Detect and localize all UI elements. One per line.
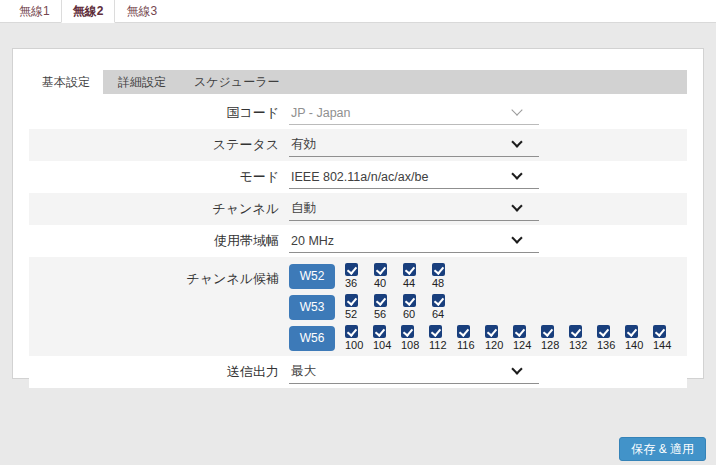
channel-number-label: 64	[432, 308, 444, 320]
country-code-label: 国コード	[29, 104, 289, 122]
bandwidth-label: 使用帯域幅	[29, 232, 289, 250]
channel-checkbox-136-checked[interactable]	[597, 325, 610, 338]
save-apply-button[interactable]: 保存 & 適用	[619, 437, 706, 461]
tab-scheduler[interactable]: スケジューラー	[181, 70, 292, 94]
band-badge-w52[interactable]: W52	[289, 264, 335, 289]
channel-number-label: 116	[457, 339, 475, 351]
bandwidth-select[interactable]: 20 MHz	[289, 229, 539, 253]
chevron-down-icon	[511, 200, 522, 211]
channel-checkbox-48-checked[interactable]	[432, 263, 445, 276]
channel-number-label: 56	[374, 308, 386, 320]
channel-checkbox-36-checked[interactable]	[345, 263, 358, 276]
channel-number-label: 108	[401, 339, 419, 351]
row-channel: チャンネル 自動	[29, 193, 687, 225]
channel-group-w56: W56100104108112116120124128132136140144	[289, 324, 681, 352]
tx-power-value: 最大	[289, 363, 316, 380]
channel-number-label: 104	[373, 339, 391, 351]
tab-basic-settings[interactable]: 基本設定	[29, 70, 103, 94]
channel-checkbox-112-checked[interactable]	[429, 325, 442, 338]
channel-number-label: 112	[429, 339, 447, 351]
channel-label: チャンネル	[29, 200, 289, 218]
channel-option-44: 44	[403, 263, 432, 289]
tx-power-select[interactable]: 最大	[289, 360, 539, 384]
channel-option-120: 120	[485, 325, 513, 351]
status-label: ステータス	[29, 136, 289, 154]
channel-checkbox-60-checked[interactable]	[403, 294, 416, 307]
channel-option-112: 112	[429, 325, 457, 351]
channel-checkbox-128-checked[interactable]	[541, 325, 554, 338]
channel-number-label: 120	[485, 339, 503, 351]
channel-checkbox-100-checked[interactable]	[345, 325, 358, 338]
chevron-down-icon	[511, 168, 522, 179]
country-code-value: JP - Japan	[289, 106, 351, 120]
status-value: 有効	[289, 136, 316, 153]
channel-checkbox-120-checked[interactable]	[485, 325, 498, 338]
tab-wireless-2[interactable]: 無線2	[61, 0, 116, 23]
channel-group-w53: W5352566064	[289, 293, 681, 321]
mode-value: IEEE 802.11a/n/ac/ax/be	[289, 170, 428, 184]
channel-value: 自動	[289, 200, 316, 217]
settings-tabbar: 基本設定 詳細設定 スケジューラー	[29, 70, 687, 94]
channel-option-128: 128	[541, 325, 569, 351]
row-mode: モード IEEE 802.11a/n/ac/ax/be	[29, 161, 687, 193]
channel-checkbox-40-checked[interactable]	[374, 263, 387, 276]
channel-option-40: 40	[374, 263, 403, 289]
channel-number-label: 40	[374, 277, 386, 289]
channel-option-144: 144	[653, 325, 681, 351]
mode-select[interactable]: IEEE 802.11a/n/ac/ax/be	[289, 165, 539, 189]
row-channel-candidates: チャンネル候補 W5236404448W5352566064W561001041…	[29, 257, 687, 356]
mode-label: モード	[29, 168, 289, 186]
row-tx-power: 送信出力 最大	[29, 356, 687, 388]
channel-option-52: 52	[345, 294, 374, 320]
band-badge-w56[interactable]: W56	[289, 326, 335, 351]
channel-number-label: 144	[653, 339, 671, 351]
channel-checkbox-132-checked[interactable]	[569, 325, 582, 338]
channel-group-w52: W5236404448	[289, 262, 681, 290]
channel-option-108: 108	[401, 325, 429, 351]
channel-checkbox-140-checked[interactable]	[625, 325, 638, 338]
row-bandwidth: 使用帯域幅 20 MHz	[29, 225, 687, 257]
channel-option-124: 124	[513, 325, 541, 351]
channel-checkbox-64-checked[interactable]	[432, 294, 445, 307]
band-badge-w53[interactable]: W53	[289, 295, 335, 320]
channel-number-label: 60	[403, 308, 415, 320]
channel-checkbox-52-checked[interactable]	[345, 294, 358, 307]
chevron-down-icon	[511, 104, 522, 115]
channel-option-136: 136	[597, 325, 625, 351]
channel-option-56: 56	[374, 294, 403, 320]
chevron-down-icon	[511, 136, 522, 147]
channel-number-label: 52	[345, 308, 357, 320]
tx-power-label: 送信出力	[29, 363, 289, 381]
status-select[interactable]: 有効	[289, 133, 539, 157]
channel-checkbox-124-checked[interactable]	[513, 325, 526, 338]
channel-option-104: 104	[373, 325, 401, 351]
channel-candidates-label: チャンネル候補	[29, 270, 289, 288]
channel-option-60: 60	[403, 294, 432, 320]
channel-number-label: 48	[432, 277, 444, 289]
channel-checkbox-44-checked[interactable]	[403, 263, 416, 276]
channel-checkbox-116-checked[interactable]	[457, 325, 470, 338]
channel-option-140: 140	[625, 325, 653, 351]
chevron-down-icon	[511, 232, 522, 243]
channel-option-100: 100	[345, 325, 373, 351]
tab-advanced-settings[interactable]: 詳細設定	[105, 70, 179, 94]
channel-checkbox-144-checked[interactable]	[653, 325, 666, 338]
tab-wireless-3[interactable]: 無線3	[115, 0, 168, 22]
channel-number-label: 128	[541, 339, 559, 351]
tab-wireless-1[interactable]: 無線1	[8, 0, 61, 22]
channel-option-48: 48	[432, 263, 461, 289]
channel-number-label: 44	[403, 277, 415, 289]
country-code-select[interactable]: JP - Japan	[289, 101, 539, 125]
row-status: ステータス 有効	[29, 129, 687, 161]
channel-checkbox-108-checked[interactable]	[401, 325, 414, 338]
channel-number-label: 124	[513, 339, 531, 351]
channel-checkbox-104-checked[interactable]	[373, 325, 386, 338]
channel-candidate-groups: W5236404448W5352566064W56100104108112116…	[289, 262, 681, 352]
bandwidth-value: 20 MHz	[289, 234, 334, 248]
channel-checkbox-56-checked[interactable]	[374, 294, 387, 307]
row-country-code: 国コード JP - Japan	[29, 97, 687, 129]
chevron-down-icon	[511, 363, 522, 374]
channel-number-label: 132	[569, 339, 587, 351]
channel-select[interactable]: 自動	[289, 197, 539, 221]
channel-option-36: 36	[345, 263, 374, 289]
